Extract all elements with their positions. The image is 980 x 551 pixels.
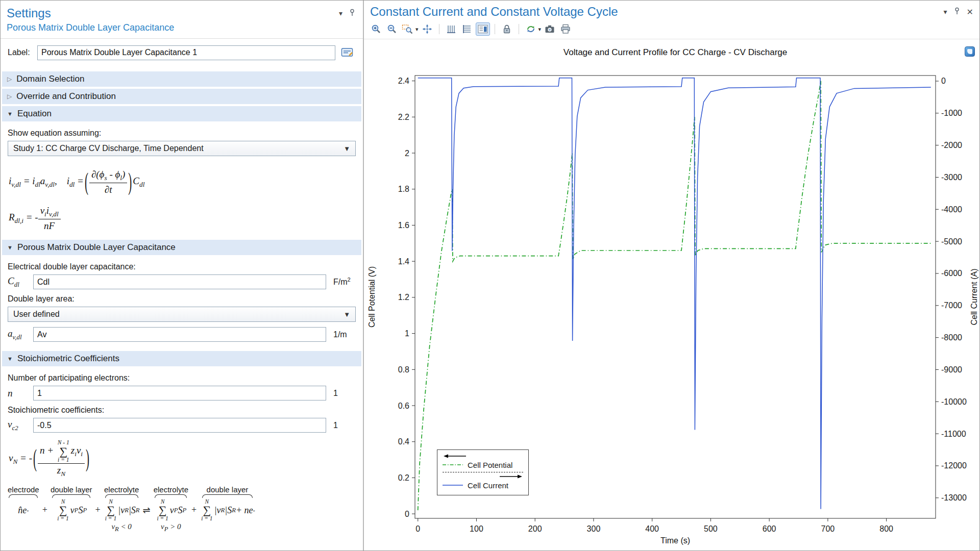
lock-axes-button[interactable]: [500, 22, 514, 36]
reaction-term-electrolyte-left: electrolyte N∑i = 1|νR|SR νR < 0: [104, 485, 140, 533]
section-label: Equation: [17, 109, 52, 119]
coefficients-label: Stoichiometric coefficients:: [8, 406, 356, 415]
print-button[interactable]: [558, 22, 573, 36]
settings-menu-chevron-icon[interactable]: ▾: [339, 9, 342, 17]
collapse-triangle-icon: ▷: [7, 93, 12, 100]
settings-panel-title: Settings: [7, 6, 51, 21]
plot-legend: Cell Potential Cell Current: [437, 449, 529, 495]
svg-text:-1000: -1000: [941, 109, 962, 117]
plot-dropdown-icon[interactable]: ▾: [538, 26, 542, 33]
av-symbol: av,dl: [8, 328, 33, 341]
section-header-porous-matrix-dlc[interactable]: ▼ Porous Matrix Double Layer Capacitance: [2, 240, 361, 255]
expand-triangle-icon: ▼: [7, 356, 13, 362]
green-dashdot-sample: [443, 463, 463, 466]
reaction-term-double-layer-right: double layer N∑i = 1|νR|SR + ne-: [200, 485, 255, 533]
svg-text:1.6: 1.6: [398, 221, 409, 230]
svg-text:-12000: -12000: [941, 461, 967, 470]
settings-titlebar: Settings ▾: [1, 1, 363, 21]
plus-operator: +: [95, 485, 101, 515]
av-input[interactable]: [33, 327, 326, 342]
n-input[interactable]: [33, 386, 326, 400]
svg-text:0: 0: [941, 77, 946, 85]
section-label: Domain Selection: [16, 74, 84, 84]
plot-group-context-icon[interactable]: [965, 46, 975, 57]
close-icon[interactable]: ✕: [967, 7, 973, 17]
equation-section-body: Show equation assuming: Study 1: CC Char…: [1, 123, 363, 240]
svg-text:1.4: 1.4: [398, 257, 409, 266]
section-header-stoichiometric-coefficients[interactable]: ▼ Stoichiometric Coefficients: [2, 351, 361, 366]
plus-operator: +: [191, 485, 197, 515]
section-header-override-and-contribution[interactable]: ▷ Override and Contribution: [2, 89, 361, 104]
zoom-out-button[interactable]: [385, 22, 399, 36]
toolbar-separator: [519, 24, 519, 34]
reaction-term-double-layer-left: double layer N∑i = 1νPSP: [51, 485, 92, 533]
zoom-in-button[interactable]: [369, 22, 383, 36]
equation-current-density: iv,dl = idlav,dl, idl = (∂(ϕs - ϕl)∂t)Cd…: [9, 164, 355, 200]
svg-text:2: 2: [405, 149, 409, 158]
graphics-toolbar: ▾ ▾: [364, 20, 979, 39]
y-grid-button[interactable]: [460, 22, 474, 36]
section-label: Porous Matrix Double Layer Capacitance: [17, 242, 176, 253]
settings-panel: Settings ▾ Porous Matrix Double Layer Ca…: [1, 1, 364, 550]
svg-text:0: 0: [405, 510, 409, 518]
section-header-equation[interactable]: ▼ Equation: [2, 106, 361, 121]
cdl-input[interactable]: [33, 274, 326, 289]
graphics-panel-title: Constant Current and Constant Voltage Cy…: [370, 5, 618, 19]
double-layer-area-label: Double layer area:: [8, 294, 356, 304]
svg-text:500: 500: [704, 524, 718, 533]
nu-c2-input[interactable]: [33, 418, 326, 433]
section-header-domain-selection[interactable]: ▷ Domain Selection: [2, 71, 361, 87]
svg-text:-3000: -3000: [941, 173, 962, 182]
svg-text:-2000: -2000: [941, 141, 962, 149]
svg-text:0: 0: [415, 524, 420, 533]
toolbar-separator: [439, 24, 439, 34]
graphics-menu-chevron-icon[interactable]: ▾: [944, 8, 947, 16]
svg-text:-7000: -7000: [941, 301, 962, 310]
overbrace: [105, 494, 138, 498]
zoom-extents-button[interactable]: [420, 22, 434, 36]
svg-text:700: 700: [821, 524, 835, 533]
section-label: Stoichiometric Coefficients: [17, 354, 119, 364]
graphics-titlebar: Constant Current and Constant Voltage Cy…: [364, 1, 979, 20]
zoom-box-button[interactable]: [401, 22, 415, 36]
zoom-box-dropdown-icon[interactable]: ▾: [415, 26, 419, 33]
section-label: Override and Contribution: [16, 91, 116, 102]
rename-label-button[interactable]: [339, 45, 356, 60]
svg-text:-13000: -13000: [941, 493, 967, 502]
plot-button[interactable]: [524, 22, 538, 36]
cdl-unit: F/m2: [326, 277, 356, 287]
svg-text:0.8: 0.8: [398, 365, 409, 374]
x-grid-button[interactable]: [444, 22, 458, 36]
svg-text:-6000: -6000: [941, 269, 962, 278]
reaction-term-electrode: electrode n̂e-: [8, 485, 39, 533]
left-axis-arrow-icon: [443, 453, 523, 459]
plot-title: Voltage and Current Profile for CC Charg…: [415, 47, 936, 58]
plus-operator: +: [42, 485, 47, 515]
stoichiometric-section-body: Number of participating electrons: n 1 S…: [1, 368, 363, 537]
svg-text:-5000: -5000: [941, 237, 962, 246]
comsol-window: Settings ▾ Porous Matrix Double Layer Ca…: [0, 0, 980, 551]
settings-subtitle: Porous Matrix Double Layer Capacitance: [1, 21, 363, 39]
overbrace: [202, 494, 253, 498]
n-symbol: n: [8, 388, 33, 399]
label-input[interactable]: [37, 45, 335, 60]
chevron-down-icon: ▼: [344, 311, 350, 318]
svg-text:300: 300: [587, 524, 601, 533]
svg-text:-10000: -10000: [941, 397, 967, 406]
electrons-label: Number of participating electrons:: [8, 373, 356, 383]
settings-pin-icon[interactable]: [349, 9, 356, 18]
overbrace: [52, 494, 90, 498]
graphics-pin-icon[interactable]: [953, 7, 961, 17]
reaction-equation: electrode n̂e- + double layer N∑i = 1νPS…: [8, 485, 356, 533]
svg-text:100: 100: [470, 524, 483, 533]
double-layer-area-dropdown[interactable]: User defined ▼: [8, 307, 356, 322]
y-axis-right-label: Cell Current (A): [970, 268, 979, 325]
nu-c2-unit: 1: [326, 421, 356, 430]
svg-text:-4000: -4000: [941, 205, 962, 214]
study-dropdown[interactable]: Study 1: CC Charge CV Discharge, Time De…: [8, 141, 356, 156]
capacitance-label: Electrical double layer capacitance:: [8, 262, 356, 271]
show-legends-button[interactable]: [476, 22, 490, 36]
image-snapshot-button[interactable]: [543, 22, 557, 36]
av-unit: 1/m: [326, 330, 356, 339]
expand-triangle-icon: ▼: [7, 244, 13, 251]
